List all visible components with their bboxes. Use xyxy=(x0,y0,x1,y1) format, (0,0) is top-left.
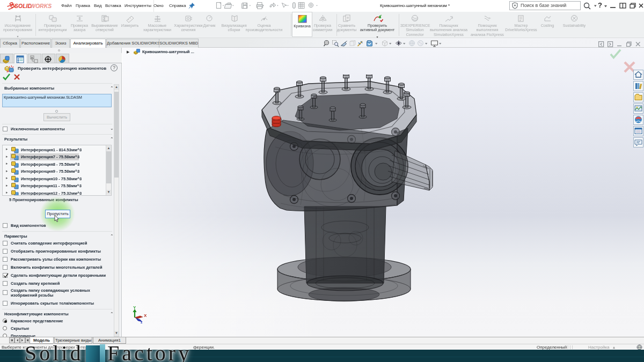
svg-text:WORKS: WORKS xyxy=(30,3,52,9)
svg-text:X: X xyxy=(144,313,147,318)
svg-text:z: z xyxy=(141,320,143,324)
svg-text:SOLID: SOLID xyxy=(14,3,32,9)
svg-text:B: B xyxy=(31,56,33,60)
